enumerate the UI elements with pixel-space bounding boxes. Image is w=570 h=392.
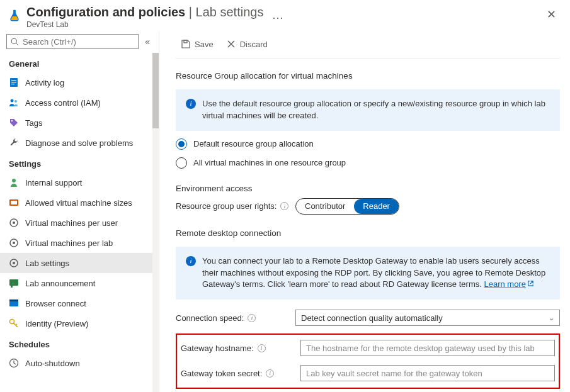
menu-items: General Activity log Access control (IAM… — [0, 53, 152, 392]
label-text: Resource group user rights: — [176, 201, 276, 211]
sidebar-item-vm-per-user[interactable]: Virtual machines per user — [0, 213, 152, 233]
field-gateway-hostname: Gateway hostname: i — [181, 340, 555, 356]
radio-default-alloc[interactable]: Default resource group allocation — [176, 138, 560, 150]
svg-point-17 — [13, 262, 15, 264]
more-button[interactable]: ··· — [272, 11, 283, 25]
sidebar-item-label: Lab settings — [25, 259, 69, 268]
sidebar-item-identity[interactable]: Identity (Preview) — [0, 313, 152, 333]
gear-icon — [9, 258, 19, 268]
blade-root: Configuration and policies | Lab setting… — [0, 0, 570, 392]
sidebar-item-label: Virtual machines per lab — [25, 238, 113, 248]
label-text: Gateway hostname: — [181, 344, 254, 353]
sidebar-item-access-control[interactable]: Access control (IAM) — [0, 92, 152, 113]
sidebar-item-auto-shutdown[interactable]: Auto-shutdown — [0, 353, 152, 373]
discard-icon — [226, 39, 236, 49]
discard-button[interactable]: Discard — [221, 36, 273, 52]
sidebar: « General Activity log Access control (I… — [0, 31, 159, 392]
toggle-reader[interactable]: Reader — [354, 199, 399, 214]
radio-icon[interactable] — [176, 157, 187, 169]
save-icon — [181, 39, 191, 49]
svg-rect-11 — [11, 201, 17, 204]
sidebar-item-browser-connect[interactable]: Browser connect — [0, 293, 152, 313]
main-content: Save Discard Resource Group allocation f… — [159, 31, 570, 392]
chevron-down-icon: ⌄ — [549, 314, 554, 322]
save-label: Save — [195, 40, 214, 49]
page-title: Configuration and policies | Lab setting… — [26, 5, 263, 20]
sidebar-item-label: Activity log — [25, 78, 64, 87]
info-text: You can connect your lab to a Remote Des… — [202, 255, 550, 291]
title-separator: | — [185, 5, 195, 19]
field-value: Contributor Reader — [295, 198, 560, 215]
sidebar-item-activity-log[interactable]: Activity log — [0, 72, 152, 92]
sidebar-item-internal-support[interactable]: Internal support — [0, 172, 152, 193]
search-row: « — [0, 34, 159, 53]
sidebar-item-label: Identity (Preview) — [25, 319, 88, 328]
field-label: Gateway hostname: i — [181, 344, 300, 353]
tag-icon — [9, 118, 19, 128]
sidebar-item-diagnose[interactable]: Diagnose and solve problems — [0, 133, 152, 153]
group-general: General — [0, 53, 152, 72]
radio-icon[interactable] — [176, 138, 187, 150]
search-box[interactable] — [6, 34, 139, 49]
toolbar: Save Discard — [176, 35, 560, 59]
clock-icon — [9, 358, 19, 368]
learn-more-link[interactable]: Learn more — [484, 279, 533, 289]
wrench-icon — [9, 138, 19, 148]
radio-one-rg[interactable]: All virtual machines in one resource gro… — [176, 157, 560, 169]
search-icon — [11, 38, 19, 46]
svg-rect-5 — [11, 84, 14, 84]
people-icon — [9, 98, 19, 108]
sidebar-item-label: Allowed virtual machine sizes — [25, 198, 132, 208]
title-main: Configuration and policies — [26, 5, 185, 19]
sidebar-scrollbar[interactable] — [152, 53, 159, 392]
info-icon[interactable]: i — [248, 314, 256, 322]
link-text: Learn more — [484, 279, 525, 289]
radio-label: Default resource group allocation — [193, 139, 314, 148]
field-label: Resource group user rights: i — [176, 201, 295, 211]
support-icon — [9, 177, 19, 188]
browser-icon — [9, 298, 19, 308]
field-user-rights: Resource group user rights: i Contributo… — [176, 198, 560, 215]
svg-line-1 — [16, 43, 19, 45]
sidebar-item-lab-settings[interactable]: Lab settings — [0, 253, 152, 273]
info-icon[interactable]: i — [266, 369, 274, 378]
svg-point-22 — [10, 320, 14, 324]
sidebar-menu: General Activity log Access control (IAM… — [0, 53, 159, 392]
svg-point-7 — [14, 100, 17, 103]
header: Configuration and policies | Lab setting… — [0, 0, 570, 31]
sidebar-item-label: Tags — [25, 118, 42, 128]
section-env-access: Environment access — [176, 184, 560, 193]
info-icon: i — [186, 256, 196, 266]
svg-rect-18 — [9, 279, 18, 286]
scrollbar-thumb[interactable] — [152, 53, 159, 128]
discard-label: Discard — [240, 40, 268, 49]
toggle-user-rights[interactable]: Contributor Reader — [295, 198, 399, 215]
sidebar-item-label: Auto-shutdown — [25, 359, 80, 368]
save-button[interactable]: Save — [176, 36, 219, 52]
search-input[interactable] — [23, 37, 134, 47]
sidebar-item-vm-per-lab[interactable]: Virtual machines per lab — [0, 233, 152, 253]
toggle-contributor[interactable]: Contributor — [296, 199, 354, 214]
collapse-sidebar-button[interactable]: « — [142, 35, 152, 48]
section-rg-alloc: Resource Group allocation for virtual ma… — [176, 71, 560, 81]
radio-label: All virtual machines in one resource gro… — [193, 158, 346, 167]
info-icon: i — [186, 99, 196, 109]
info-rdp: i You can connect your lab to a Remote D… — [176, 247, 560, 300]
sidebar-item-allowed-sizes[interactable]: Allowed virtual machine sizes — [0, 193, 152, 213]
group-schedules: Schedules — [0, 333, 152, 353]
gateway-highlight: Gateway hostname: i Gateway token secret… — [176, 333, 560, 389]
svg-point-13 — [13, 221, 15, 224]
info-resource-group: i Use the default resource group allocat… — [176, 89, 560, 131]
sidebar-item-lab-announcement[interactable]: Lab announcement — [0, 273, 152, 293]
connection-speed-select[interactable]: Detect connection quality automatically … — [295, 310, 560, 326]
info-icon[interactable]: i — [258, 344, 266, 352]
gateway-secret-input[interactable] — [300, 365, 555, 381]
info-icon[interactable]: i — [280, 202, 288, 210]
subtitle: DevTest Lab — [26, 20, 263, 29]
close-button[interactable]: ✕ — [543, 5, 560, 24]
external-link-icon — [527, 280, 534, 287]
svg-point-6 — [11, 99, 14, 103]
key-icon — [9, 318, 19, 328]
sidebar-item-tags[interactable]: Tags — [0, 113, 152, 133]
gateway-hostname-input[interactable] — [300, 340, 555, 356]
